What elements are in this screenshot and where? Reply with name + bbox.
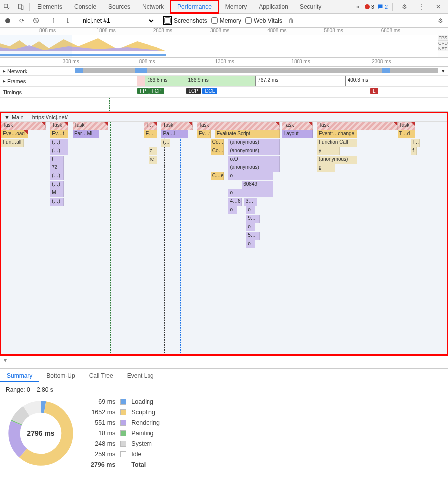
flame-bar[interactable]: (anonymous) [228,164,280,172]
timing-mark-dcl[interactable]: DCL [202,88,217,94]
kebab-menu-icon[interactable]: ⋮ [414,0,428,14]
flame-bar[interactable]: (anonymous) [317,156,357,164]
settings-gear-icon[interactable]: ⚙ [397,0,411,14]
flame-bar[interactable]: Task [1,122,46,130]
flame-bar[interactable]: f [411,147,417,155]
flame-bar[interactable]: o [228,206,237,214]
flame-bar[interactable]: Task [282,122,313,130]
timing-mark-l[interactable]: L [370,88,378,94]
flame-bar[interactable]: (…) [50,139,68,147]
tab-performance[interactable]: Performance [170,0,219,14]
flame-bar[interactable]: o [228,189,273,197]
flame-bar[interactable]: o [228,172,273,180]
webvitals-checkbox[interactable]: Web Vitals [245,17,282,24]
tab-network[interactable]: Network [136,0,170,14]
frame-segment[interactable]: 166.8 ms [145,76,186,86]
flame-bar[interactable]: Event:…change [317,130,357,138]
recording-select[interactable]: nicj.net #1 [81,17,155,25]
flame-bar[interactable]: Par…ML [73,130,100,138]
reload-record-icon[interactable]: ⟳ [17,16,27,26]
flame-bar[interactable]: (anonymous) [228,139,280,147]
flame-bar[interactable]: T…d [398,130,416,138]
frame-segment[interactable]: 767.2 ms [256,76,346,86]
record-icon[interactable] [3,16,13,26]
flame-chart[interactable]: ▼Main — https://nicj.net/ TaskTaskTaskT…… [0,112,448,356]
bottom-tab-call-tree[interactable]: Call Tree [82,369,120,382]
timing-mark-fp[interactable]: FP [137,88,149,94]
flame-bar[interactable]: y [317,147,340,155]
flame-bar[interactable]: o [246,206,255,214]
flame-bar[interactable]: (…) [50,172,64,180]
tab-security[interactable]: Security [294,0,327,14]
tab-console[interactable]: Console [68,0,102,14]
upload-icon[interactable]: ⭡ [49,16,59,26]
flame-bar[interactable]: Ev…t [197,130,211,138]
flame-bar[interactable]: Task [197,122,280,130]
frame-segment[interactable] [39,76,137,86]
expand-down-icon[interactable]: ▾ [0,356,10,365]
flame-bar[interactable]: z [149,147,157,155]
capture-settings-gear-icon[interactable]: ⚙ [435,16,445,26]
frame-segment[interactable]: 166.9 ms [186,76,256,86]
flame-bar[interactable]: T… [144,122,157,130]
device-toolbar-icon[interactable] [14,0,28,14]
network-track[interactable]: ▸Network ▾ [0,67,448,76]
flame-bar[interactable]: Task [317,122,398,130]
flame-bar[interactable]: g [317,164,335,172]
tab-application[interactable]: Application [253,0,294,14]
flame-bar[interactable]: (…) [50,147,68,155]
flame-bar[interactable]: rc [149,156,157,164]
flame-bar[interactable]: Pa…L [161,130,188,138]
close-icon[interactable]: ✕ [431,0,445,14]
frames-track[interactable]: ▸Frames 166.8 ms166.9 ms767.2 ms400.3 ms [0,76,448,87]
flame-bar[interactable]: 72 [50,164,64,172]
flame-bar[interactable]: F…l [411,139,420,147]
flame-bar[interactable]: o [246,223,255,231]
flame-bar[interactable]: 5… [246,232,260,240]
flame-bar[interactable]: Co…t [211,139,224,147]
flame-bar[interactable]: Ev…t [50,130,68,138]
timing-mark-fcp[interactable]: FCP [149,88,164,94]
bottom-tab-event-log[interactable]: Event Log [120,369,161,382]
flame-bar[interactable]: M [50,189,64,197]
expand-down-icon[interactable]: ▾ [438,68,448,74]
collapse-arrow-icon[interactable]: ▼ [4,114,10,120]
flame-bar[interactable]: Task [161,122,193,130]
trash-icon[interactable]: 🗑 [286,16,296,26]
flame-bar[interactable]: t [50,156,64,164]
tab-memory[interactable]: Memory [219,0,253,14]
flame-bar[interactable]: 9… [246,215,260,223]
flame-bar[interactable]: Eve…oad [1,130,28,138]
flame-bar[interactable]: C…e [211,172,224,180]
flame-bar[interactable]: 4…6 [228,198,242,206]
tab-sources[interactable]: Sources [102,0,136,14]
tab-elements[interactable]: Elements [31,0,68,14]
clear-icon[interactable] [31,16,41,26]
frame-segment[interactable] [137,76,145,86]
flame-grid[interactable]: TaskTaskTaskT…TaskTaskTaskTaskTaskEve…oa… [1,122,447,356]
flame-bar[interactable]: Fun…all [1,139,24,147]
flame-bar[interactable]: Task [398,122,416,130]
flame-bar[interactable]: Task [50,122,68,130]
flame-bar[interactable]: 60849 [242,181,273,189]
flame-bar[interactable]: Co…e [211,147,224,155]
flame-bar[interactable]: 3… [244,198,258,206]
bottom-tab-bottom-up[interactable]: Bottom-Up [39,369,82,382]
more-tabs-icon[interactable]: » [351,0,365,14]
bottom-tab-summary[interactable]: Summary [0,369,39,382]
expand-arrow-icon[interactable]: ▸ [3,78,6,84]
errors-badge[interactable]: 3 [365,4,374,10]
flame-bar[interactable]: (…) [50,198,64,206]
flame-bar[interactable]: (anonymous) [228,147,280,155]
flame-bar[interactable]: (…) [50,181,64,189]
flame-bar[interactable]: o.O [228,156,280,164]
frame-segment[interactable]: 400.3 ms [346,76,448,86]
download-icon[interactable]: ⭣ [63,16,73,26]
flame-bar[interactable]: Task [73,122,108,130]
timeline-overview[interactable]: 808 ms1808 ms2808 ms3808 ms4808 ms5808 m… [0,28,448,58]
flame-bar[interactable]: o [246,240,255,248]
detail-ruler[interactable]: 308 ms808 ms1308 ms1808 ms2308 ms [0,58,448,67]
flame-bar[interactable]: E… [144,130,157,138]
screenshots-checkbox[interactable]: Screenshots [163,16,207,25]
expand-arrow-icon[interactable]: ▸ [3,68,6,74]
